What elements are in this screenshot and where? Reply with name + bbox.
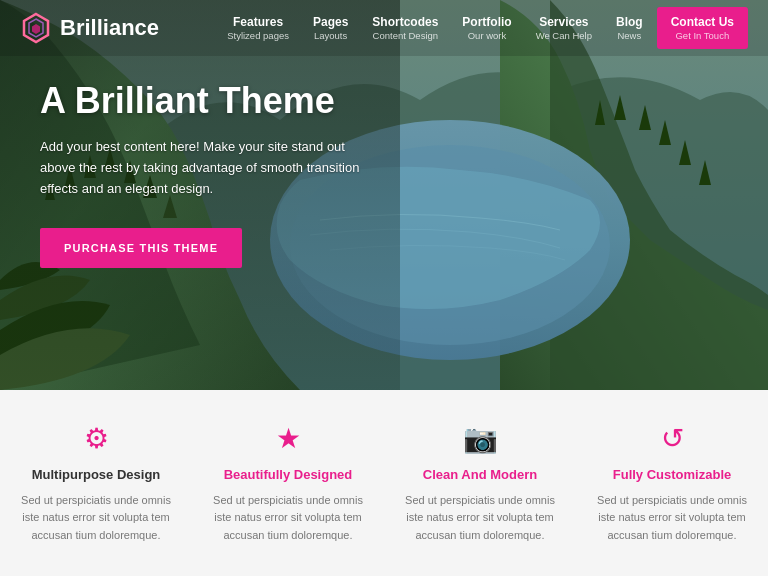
- features-section: ⚙ Multipurpose Design Sed ut perspiciati…: [0, 390, 768, 576]
- gear-icon: ⚙: [16, 422, 176, 455]
- feature-clean-title: Clean And Modern: [400, 467, 560, 482]
- hero-content: A Brilliant Theme Add your best content …: [40, 80, 380, 268]
- nav-pages-label: Pages: [313, 15, 348, 29]
- refresh-icon: ↺: [592, 422, 752, 455]
- feature-customizable-desc: Sed ut perspiciatis unde omnis iste natu…: [592, 492, 752, 543]
- hero-description: Add your best content here! Make your si…: [40, 137, 380, 199]
- nav-contact-sub: Get In Touch: [671, 30, 734, 41]
- nav-pages-sub: Layouts: [313, 30, 348, 41]
- feature-beautifully: ★ Beautifully Designed Sed ut perspiciat…: [192, 402, 384, 563]
- nav-blog-sub: News: [616, 30, 643, 41]
- nav-portfolio-sub: Our work: [462, 30, 511, 41]
- nav-shortcodes-sub: Content Design: [372, 30, 438, 41]
- feature-customizable-title: Fully Customizable: [592, 467, 752, 482]
- hero-section: Brilliance Features Stylized pages Pages…: [0, 0, 768, 390]
- feature-beautifully-title: Beautifully Designed: [208, 467, 368, 482]
- nav-services[interactable]: Services We Can Help: [526, 9, 602, 47]
- feature-multipurpose: ⚙ Multipurpose Design Sed ut perspiciati…: [0, 402, 192, 563]
- feature-multipurpose-desc: Sed ut perspiciatis unde omnis iste natu…: [16, 492, 176, 543]
- logo-text: Brilliance: [60, 15, 159, 41]
- nav-contact-label: Contact Us: [671, 15, 734, 29]
- star-icon: ★: [208, 422, 368, 455]
- feature-beautifully-desc: Sed ut perspiciatis unde omnis iste natu…: [208, 492, 368, 543]
- nav-features-sub: Stylized pages: [227, 30, 289, 41]
- nav-blog[interactable]: Blog News: [606, 9, 653, 47]
- feature-customizable: ↺ Fully Customizable Sed ut perspiciatis…: [576, 402, 768, 563]
- nav-portfolio-label: Portfolio: [462, 15, 511, 29]
- camera-icon: 📷: [400, 422, 560, 455]
- feature-clean-desc: Sed ut perspiciatis unde omnis iste natu…: [400, 492, 560, 543]
- main-header: Brilliance Features Stylized pages Pages…: [0, 0, 768, 56]
- purchase-button[interactable]: PURCHASE THIS THEME: [40, 228, 242, 268]
- hero-title: A Brilliant Theme: [40, 80, 380, 121]
- nav-contact[interactable]: Contact Us Get In Touch: [657, 7, 748, 49]
- nav-pages[interactable]: Pages Layouts: [303, 9, 358, 47]
- nav-features-label: Features: [233, 15, 283, 29]
- nav-features[interactable]: Features Stylized pages: [217, 9, 299, 47]
- nav-shortcodes-label: Shortcodes: [372, 15, 438, 29]
- logo-icon: [20, 12, 52, 44]
- main-nav: Features Stylized pages Pages Layouts Sh…: [217, 7, 748, 49]
- nav-services-sub: We Can Help: [536, 30, 592, 41]
- nav-services-label: Services: [539, 15, 588, 29]
- nav-blog-label: Blog: [616, 15, 643, 29]
- nav-portfolio[interactable]: Portfolio Our work: [452, 9, 521, 47]
- nav-shortcodes[interactable]: Shortcodes Content Design: [362, 9, 448, 47]
- feature-multipurpose-title: Multipurpose Design: [16, 467, 176, 482]
- logo[interactable]: Brilliance: [20, 12, 159, 44]
- svg-marker-6: [32, 24, 40, 34]
- feature-clean: 📷 Clean And Modern Sed ut perspiciatis u…: [384, 402, 576, 563]
